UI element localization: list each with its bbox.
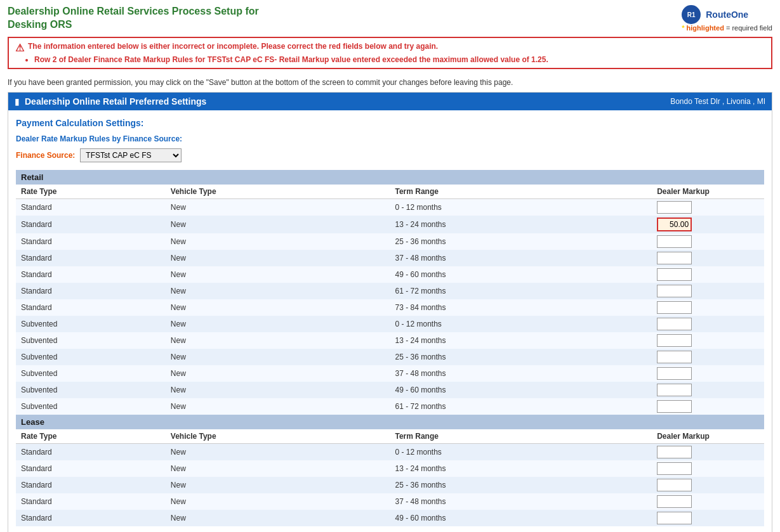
- rate-type-cell: Subvented: [16, 349, 166, 365]
- rate-type-cell: Subvented: [16, 398, 166, 415]
- dealer-markup-input[interactable]: [657, 446, 692, 458]
- table-row: Subvented New 13 - 24 months: [16, 332, 764, 349]
- dealer-markup-input[interactable]: [657, 334, 692, 347]
- vehicle-type-cell: New: [166, 299, 390, 316]
- term-range-cell: 37 - 48 months: [390, 250, 652, 266]
- table-row: Subvented New 25 - 36 months: [16, 349, 764, 365]
- rate-type-cell: Standard: [16, 299, 166, 316]
- rate-type-cell: Standard: [16, 477, 166, 493]
- table-row: Standard New 37 - 48 months: [16, 250, 764, 266]
- lease-section-label: Lease: [16, 415, 764, 429]
- retail-table: Retail Rate Type Vehicle Type Term Range…: [16, 170, 764, 526]
- dealer-markup-cell: [652, 233, 764, 250]
- table-row: Subvented New 61 - 72 months: [16, 398, 764, 415]
- rate-type-cell: Standard: [16, 199, 166, 216]
- dealer-markup-input-error[interactable]: [657, 217, 692, 231]
- table-row: Standard New 25 - 36 months: [16, 233, 764, 250]
- table-row: Standard New 37 - 48 months: [16, 493, 764, 510]
- alert-header-text: The information entered below is either …: [28, 42, 438, 51]
- vehicle-type-cell: New: [166, 382, 390, 398]
- dealer-markup-cell: [652, 444, 764, 461]
- lease-col-header-row: Rate Type Vehicle Type Term Range Dealer…: [16, 429, 764, 444]
- rate-type-cell: Standard: [16, 444, 166, 461]
- lease-section-row: Lease: [16, 415, 764, 429]
- dealer-markup-cell: [652, 266, 764, 283]
- retail-section-row: Retail: [16, 170, 764, 185]
- dealer-markup-cell: [652, 216, 764, 233]
- dealer-markup-cell: [652, 398, 764, 415]
- vehicle-type-cell: New: [166, 332, 390, 349]
- vehicle-type-cell: New: [166, 250, 390, 266]
- lease-header-term-range: Term Range: [390, 429, 652, 444]
- term-range-cell: 73 - 84 months: [390, 299, 652, 316]
- retail-header-rate-type: Rate Type: [16, 185, 166, 199]
- rate-markup-title: Dealer Rate Markup Rules by Finance Sour…: [16, 134, 764, 143]
- finance-source-label: Finance Source:: [16, 151, 75, 160]
- term-range-cell: 37 - 48 months: [390, 365, 652, 382]
- vehicle-type-cell: New: [166, 510, 390, 526]
- dealer-markup-input[interactable]: [657, 384, 692, 396]
- section-header: ▮ Dealership Online Retail Preferred Set…: [8, 93, 772, 110]
- dealer-markup-input[interactable]: [657, 512, 692, 524]
- dealer-markup-cell: [652, 316, 764, 332]
- term-range-cell: 0 - 12 months: [390, 444, 652, 461]
- alert-list-item: Row 2 of Dealer Finance Rate Markup Rule…: [34, 55, 765, 64]
- required-field-note: * highlighted = required field: [682, 24, 772, 32]
- term-range-cell: 25 - 36 months: [390, 233, 652, 250]
- rate-type-cell: Standard: [16, 460, 166, 477]
- permission-note: If you have been granted permission, you…: [0, 74, 780, 92]
- rate-type-cell: Subvented: [16, 332, 166, 349]
- rate-type-cell: Standard: [16, 266, 166, 283]
- dealer-markup-cell: [652, 299, 764, 316]
- dealer-markup-input[interactable]: [657, 268, 692, 281]
- table-row: Standard New 49 - 60 months: [16, 266, 764, 283]
- dealer-markup-cell: [652, 460, 764, 477]
- dealer-markup-input[interactable]: [657, 479, 692, 491]
- retail-section-label: Retail: [16, 170, 764, 185]
- term-range-cell: 13 - 24 months: [390, 460, 652, 477]
- dealer-markup-cell: [652, 349, 764, 365]
- term-range-cell: 37 - 48 months: [390, 493, 652, 510]
- section-header-title: Dealership Online Retail Preferred Setti…: [25, 96, 206, 107]
- term-range-cell: 25 - 36 months: [390, 349, 652, 365]
- routeone-logo-icon: R1: [682, 5, 701, 24]
- dealer-markup-cell: [652, 510, 764, 526]
- dealer-markup-input[interactable]: [657, 301, 692, 314]
- dealer-markup-input[interactable]: [657, 400, 692, 413]
- term-range-cell: 61 - 72 months: [390, 398, 652, 415]
- dealer-markup-input[interactable]: [657, 252, 692, 264]
- dealer-markup-cell: [652, 199, 764, 216]
- rate-type-cell: Subvented: [16, 382, 166, 398]
- dealer-markup-input[interactable]: [657, 235, 692, 248]
- dealer-markup-input[interactable]: [657, 495, 692, 508]
- lease-header-rate-type: Rate Type: [16, 429, 166, 444]
- lease-header-dealer-markup: Dealer Markup: [652, 429, 764, 444]
- rate-type-cell: Standard: [16, 493, 166, 510]
- dealer-markup-input[interactable]: [657, 351, 692, 363]
- dealer-markup-cell: [652, 332, 764, 349]
- routeone-logo-text: RouteOne: [706, 10, 748, 20]
- dealer-markup-cell: [652, 382, 764, 398]
- page-title: Dealership Online Retail Services Proces…: [8, 5, 259, 32]
- dealer-markup-cell: [652, 250, 764, 266]
- payment-calc-title: Payment Calculation Settings:: [16, 118, 764, 128]
- finance-source-row: Finance Source: TFSTst CAP eC FS: [16, 148, 764, 162]
- term-range-cell: 0 - 12 months: [390, 316, 652, 332]
- dealer-markup-input[interactable]: [657, 462, 692, 475]
- rate-type-cell: Standard: [16, 233, 166, 250]
- finance-source-select[interactable]: TFSTst CAP eC FS: [80, 148, 182, 162]
- retail-header-dealer-markup: Dealer Markup: [652, 185, 764, 199]
- dealer-markup-input[interactable]: [657, 367, 692, 380]
- dealership-info: Bondo Test Dlr , Livonia , MI: [670, 97, 765, 106]
- section-body: Payment Calculation Settings: Dealer Rat…: [8, 110, 772, 532]
- dealer-markup-input[interactable]: [657, 318, 692, 330]
- vehicle-type-cell: New: [166, 316, 390, 332]
- vehicle-type-cell: New: [166, 233, 390, 250]
- term-range-cell: 49 - 60 months: [390, 382, 652, 398]
- table-row: Standard New 73 - 84 months: [16, 299, 764, 316]
- dealer-markup-input[interactable]: [657, 201, 692, 214]
- dealer-markup-input[interactable]: [657, 285, 692, 297]
- alert-icon: ⚠: [15, 42, 24, 54]
- collapse-icon[interactable]: ▮: [15, 96, 20, 107]
- vehicle-type-cell: New: [166, 199, 390, 216]
